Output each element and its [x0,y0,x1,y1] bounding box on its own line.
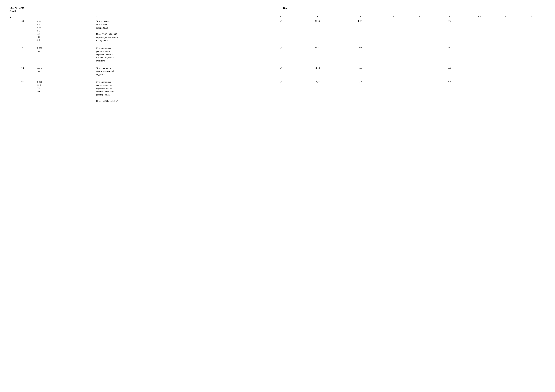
row-col5: 306,4 [294,19,340,43]
col-header-2: 2 [36,14,95,19]
row-col7: – [380,19,407,43]
col-header-11: II [493,14,519,19]
row-col7: – [380,79,407,104]
row-unit: м2 [268,79,294,104]
col-header-4: 4 [268,14,294,19]
table-row: 6III–202 28–IУстройство пок- рытия из ли… [9,45,546,63]
col-header-7: 7 [380,14,407,19]
page-header: Т.п. 501-6-19.86 Ал.VII 169 [9,6,546,13]
row-col12: – [519,45,546,63]
row-description: Устройство пок- рытия из лино- леума пол… [95,45,268,63]
col-header-3: 3 [95,14,268,19]
row-number: 60 [9,19,36,43]
table-row: 60II–67 II–I II–68 II–2 CCI I–3I 2–8То ж… [9,19,546,43]
row-col8: – [407,66,433,77]
row-col5: III,62 [294,66,340,77]
row-col6: 4,53 [340,66,380,77]
col-header-1: I [9,14,36,19]
row-unit: м2 [268,66,294,77]
col-header-9: 9 [433,14,466,19]
row-col12: – [519,79,546,104]
row-col9: 362 [433,19,466,43]
row-col10: – [466,66,493,77]
row-col11: – [493,19,519,43]
tp-number: 501-6-19.86 [14,7,24,9]
page-number: 169 [24,6,546,10]
row-col6: I,I83 [340,19,380,43]
row-col5: 6I,38 [294,45,340,63]
row-col6: 4,2I [340,79,380,104]
row-col6: 4,II [340,45,380,63]
row-col8: – [407,19,433,43]
spacer-row [9,43,546,45]
row-col10: – [466,79,493,104]
row-col10: – [466,19,493,43]
col-header-10: IO [466,14,493,19]
row-number: 63 [9,79,36,104]
col-header-5: 5 [294,14,340,19]
row-col9: 506 [433,66,466,77]
row-col5: I25,02 [294,79,340,104]
row-col12: – [519,66,546,77]
row-col8: – [407,45,433,63]
col-header-12: I2 [519,14,546,19]
spacer-row [9,77,546,79]
row-col7: – [380,66,407,77]
header-left: Т.п. 501-6-19.86 Ал.VII [9,6,24,13]
table-row: 63II–I35 20–3 CCI 2–5Устройство пок- рыт… [9,79,546,104]
row-description: То же, толщи- ной 25 мм из бетона М300 Ц… [95,19,268,43]
row-col9: 252 [433,45,466,63]
col-header-8: 8 [407,14,433,19]
column-header-row: I 2 3 4 5 6 7 8 9 IO II I2 [9,14,546,19]
row-code: II–67 II–I II–68 II–2 CCI I–3I 2–8 [36,19,95,43]
tp-label: Т.п. [9,7,13,9]
row-col11: – [493,79,519,104]
row-col9: 526 [433,79,466,104]
row-unit: м2 [268,19,294,43]
row-number: 6I [9,45,36,63]
row-description: То же, на тепло- звукоизолирующей подосн… [95,66,268,77]
table-row: 62II–207 28–IТо же, на тепло- звукоизоли… [9,66,546,77]
row-col12: – [519,19,546,43]
row-col7: – [380,45,407,63]
row-description: Устройство пок- рытия из плиток керамиче… [95,79,268,104]
row-col11: – [493,45,519,63]
row-number: 62 [9,66,36,77]
row-unit: м2 [268,45,294,63]
row-code: II–202 28–I [36,45,95,63]
row-col10: – [466,45,493,63]
row-col8: – [407,79,433,104]
main-table: I 2 3 4 5 6 7 8 9 IO II I2 60II–67 II–I … [9,14,546,104]
row-code: II–207 28–I [36,66,95,77]
col-header-6: 6 [340,14,380,19]
row-code: II–I35 20–3 CCI 2–5 [36,79,95,104]
spacer-row [9,63,546,66]
al-label: Ал.VII [9,10,16,12]
row-col11: – [493,66,519,77]
